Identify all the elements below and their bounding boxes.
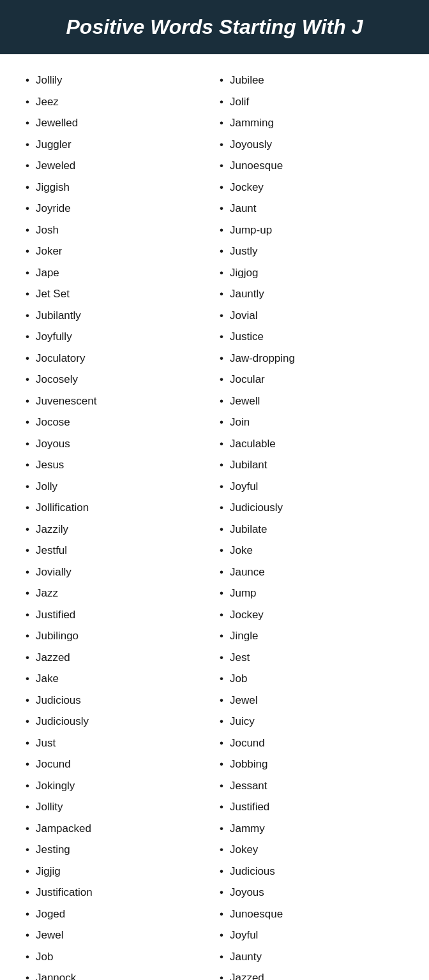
list-item: Job [220, 668, 403, 690]
list-item: Judicious [220, 861, 403, 882]
list-item: Jaw-dropping [220, 348, 403, 369]
list-item: Jollity [26, 796, 209, 818]
left-word-list: JollilyJeezJewelledJugglerJeweledJiggish… [26, 70, 209, 980]
list-item: Jewel [26, 924, 209, 946]
list-item: Joyous [26, 433, 209, 455]
list-item: Junoesque [220, 903, 403, 925]
list-item: Joker [26, 241, 209, 262]
list-item: Jaunty [220, 946, 403, 968]
list-item: Jolif [220, 91, 403, 113]
list-item: Jesus [26, 454, 209, 476]
list-item: Jake [26, 668, 209, 690]
main-content: JollilyJeezJewelledJugglerJeweledJiggish… [0, 54, 429, 980]
list-item: Jocosely [26, 369, 209, 390]
list-item: Jovial [220, 305, 403, 327]
list-item: Jesting [26, 839, 209, 861]
list-item: Joyous [220, 882, 403, 903]
right-column: JubileeJolifJammingJoyouslyJunoesqueJock… [214, 70, 409, 980]
list-item: Jewel [220, 690, 403, 711]
list-item: Jingle [220, 625, 403, 647]
list-item: Josh [26, 219, 209, 241]
list-item: Joged [26, 903, 209, 925]
list-item: Jewelled [26, 112, 209, 134]
list-item: Jaunce [220, 561, 403, 583]
list-item: Jape [26, 262, 209, 284]
list-item: Joculatory [26, 348, 209, 369]
list-item: Jubilingo [26, 625, 209, 647]
list-item: Joyful [220, 476, 403, 498]
list-item: Jollily [26, 70, 209, 91]
list-item: Jocular [220, 369, 403, 390]
list-item: Jamming [220, 112, 403, 134]
list-item: Joke [220, 540, 403, 561]
list-item: Jampacked [26, 818, 209, 840]
list-item: Judiciously [220, 497, 403, 519]
list-item: Jestful [26, 540, 209, 561]
list-item: Jobbing [220, 754, 403, 775]
list-item: Jannock [26, 967, 209, 980]
list-item: Jigjog [220, 262, 403, 284]
list-item: Jollification [26, 497, 209, 519]
list-item: Jazzed [26, 647, 209, 669]
list-item: Jeez [26, 91, 209, 113]
list-item: Jiggish [26, 177, 209, 198]
left-column: JollilyJeezJewelledJugglerJeweledJiggish… [20, 70, 214, 980]
list-item: Joyfully [26, 326, 209, 348]
list-item: Jokingly [26, 775, 209, 797]
list-item: Junoesque [220, 155, 403, 177]
list-item: Joyously [220, 134, 403, 156]
list-item: Justified [26, 604, 209, 626]
list-item: Juicy [220, 711, 403, 732]
list-item: Jockey [220, 177, 403, 198]
list-item: Jovially [26, 561, 209, 583]
list-item: Justified [220, 796, 403, 818]
page-title: Positive Words Starting With J [20, 15, 409, 39]
list-item: Join [220, 412, 403, 433]
list-item: Judiciously [26, 711, 209, 732]
list-item: Jaunt [220, 198, 403, 219]
right-word-list: JubileeJolifJammingJoyouslyJunoesqueJock… [220, 70, 403, 980]
list-item: Judicious [26, 690, 209, 711]
list-item: Joyride [26, 198, 209, 219]
list-item: Jazzed [220, 967, 403, 980]
list-item: Justice [220, 326, 403, 348]
list-item: Juggler [26, 134, 209, 156]
list-item: Jubilee [220, 70, 403, 91]
list-item: Jammy [220, 818, 403, 840]
list-item: Jocund [26, 754, 209, 775]
list-item: Juvenescent [26, 390, 209, 412]
list-item: Jaculable [220, 433, 403, 455]
list-item: Jokey [220, 839, 403, 861]
list-item: Justification [26, 882, 209, 903]
list-item: Jeweled [26, 155, 209, 177]
list-item: Jest [220, 647, 403, 669]
list-item: Jazzily [26, 519, 209, 540]
list-item: Jubilantly [26, 305, 209, 327]
list-item: Jolly [26, 476, 209, 498]
list-item: Joyful [220, 924, 403, 946]
word-columns: JollilyJeezJewelledJugglerJeweledJiggish… [20, 70, 409, 980]
list-item: Just [26, 732, 209, 754]
list-item: Job [26, 946, 209, 968]
list-item: Jubilant [220, 454, 403, 476]
list-item: Jauntly [220, 283, 403, 305]
list-item: Jessant [220, 775, 403, 797]
list-item: Jump [220, 583, 403, 604]
list-item: Jocund [220, 732, 403, 754]
list-item: Jubilate [220, 519, 403, 540]
list-item: Jazz [26, 583, 209, 604]
list-item: Jet Set [26, 283, 209, 305]
list-item: Justly [220, 241, 403, 262]
list-item: Jewell [220, 390, 403, 412]
list-item: Jockey [220, 604, 403, 626]
list-item: Jigjig [26, 861, 209, 882]
list-item: Jocose [26, 412, 209, 433]
list-item: Jump-up [220, 219, 403, 241]
page-header: Positive Words Starting With J [0, 0, 429, 54]
